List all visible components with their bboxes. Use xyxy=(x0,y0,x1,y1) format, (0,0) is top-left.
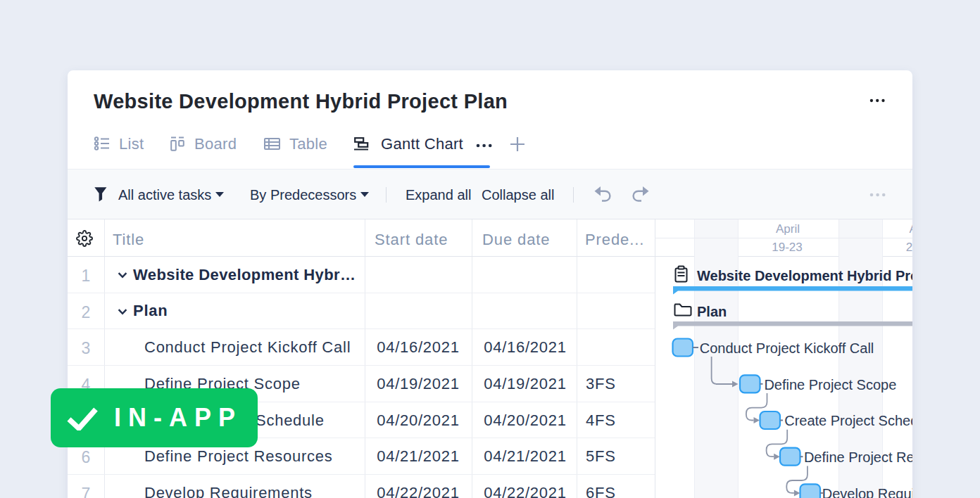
svg-text:April: April xyxy=(776,222,800,236)
svg-text:Plan: Plan xyxy=(697,304,727,319)
svg-text:Develop Requirements: Develop Requirements xyxy=(822,486,912,498)
svg-text:Create Project Schedule: Create Project Schedule xyxy=(784,413,912,428)
svg-text:Define Project Scope: Define Project Scope xyxy=(764,377,896,392)
svg-text:19-23: 19-23 xyxy=(772,241,802,254)
svg-text:Define Project Resources: Define Project Resources xyxy=(804,449,912,465)
svg-text:April: April xyxy=(909,222,912,236)
svg-text:26-30: 26-30 xyxy=(906,241,912,254)
svg-text:Website Development Hybrid Pro: Website Development Hybrid Pro xyxy=(697,268,912,283)
svg-text:Conduct Project Kickoff Call: Conduct Project Kickoff Call xyxy=(700,340,874,356)
